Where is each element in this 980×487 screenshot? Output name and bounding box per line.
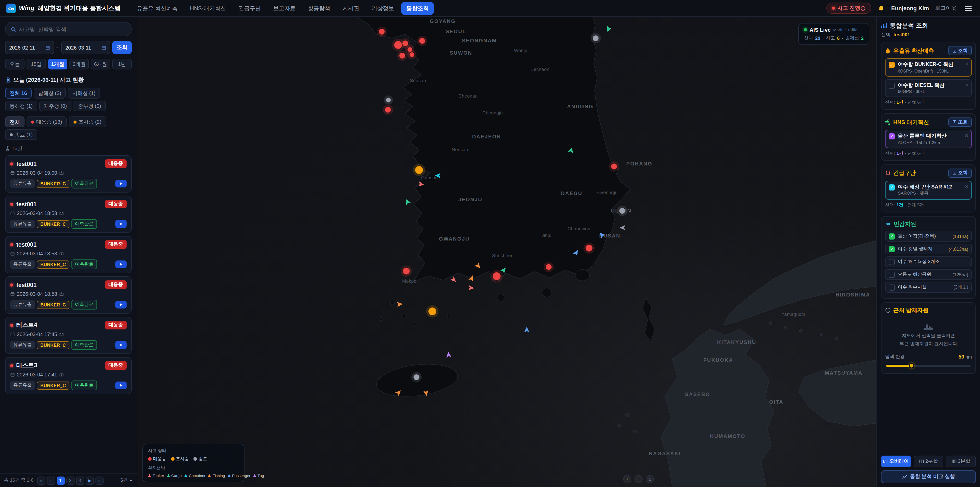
- checkbox-unchecked[interactable]: [889, 284, 895, 291]
- nav-item[interactable]: 기상정보: [366, 2, 399, 14]
- logout-button[interactable]: 로그아웃: [935, 5, 956, 12]
- nav-item[interactable]: 보고자료: [268, 2, 301, 14]
- run-analysis-button[interactable]: 통합 분석 비교 실행: [881, 470, 976, 483]
- ais-ship-marker[interactable]: [620, 225, 625, 230]
- view-2split-button[interactable]: 2분할: [913, 455, 943, 467]
- range-button[interactable]: 1개월: [48, 59, 67, 69]
- date-to-input[interactable]: 2026-03-11: [61, 41, 110, 54]
- playback-button[interactable]: [115, 220, 127, 228]
- view-overlay-button[interactable]: 오버레이: [881, 455, 911, 467]
- ais-ship-marker[interactable]: [404, 198, 410, 205]
- range-button[interactable]: 3개월: [69, 59, 89, 69]
- page-button[interactable]: 3: [76, 476, 84, 484]
- prev-page-button[interactable]: ‹: [47, 476, 55, 484]
- nav-item[interactable]: HNS·대기확산: [185, 2, 231, 14]
- nav-item[interactable]: 항공탐색: [303, 2, 335, 14]
- checkbox-unchecked[interactable]: [889, 259, 895, 265]
- hns-query-button[interactable]: 조회: [948, 118, 972, 127]
- playback-button[interactable]: [115, 180, 127, 187]
- incident-marker[interactable]: [402, 40, 408, 46]
- region-filter-chip[interactable]: 서해청 (1): [68, 88, 100, 99]
- remove-icon[interactable]: ×: [965, 133, 968, 139]
- remove-icon[interactable]: ×: [965, 61, 968, 67]
- next-page-button[interactable]: ▶: [86, 476, 94, 484]
- incident-marker[interactable]: [399, 53, 405, 59]
- incident-card[interactable]: 테스트4대응중2026-03-04 17:45유류유출BUNKER_C예측완료: [5, 317, 132, 354]
- nav-item[interactable]: 통합조회: [401, 2, 434, 14]
- menu-icon[interactable]: [963, 3, 974, 13]
- spill-scenario-item[interactable]: ✓ 여수항 BUNKER-C 확산 60GPS+OpenDrift · 150k…: [885, 58, 972, 77]
- incident-marker[interactable]: [409, 52, 414, 57]
- status-filter-chip[interactable]: 종료 (1): [5, 129, 37, 140]
- region-filter-chip[interactable]: 전체 16: [5, 88, 32, 99]
- incident-marker[interactable]: [585, 245, 593, 252]
- playback-button[interactable]: [115, 341, 127, 349]
- ais-ship-marker[interactable]: [605, 26, 612, 33]
- nav-item[interactable]: 게시판: [337, 2, 364, 14]
- view-3split-button[interactable]: 3분할: [946, 455, 976, 467]
- range-button[interactable]: 1년: [112, 59, 132, 69]
- status-filter-chip[interactable]: 대응중 (13): [27, 117, 67, 127]
- playback-button[interactable]: [115, 301, 127, 308]
- home-view-button[interactable]: ⌂: [646, 475, 654, 483]
- ais-ship-marker[interactable]: [524, 327, 529, 332]
- incident-card[interactable]: test001대응중2026-03-04 18:58유류유출BUNKER_C예측…: [5, 236, 132, 273]
- incident-marker[interactable]: [414, 374, 420, 380]
- last-page-button[interactable]: »: [95, 476, 103, 484]
- slider-thumb[interactable]: [909, 363, 915, 369]
- incident-marker[interactable]: [619, 208, 625, 214]
- range-button[interactable]: 6개월: [91, 59, 110, 69]
- spill-query-button[interactable]: 조회: [948, 46, 972, 55]
- sar-scenario-item[interactable]: ✓ 여수 해상구난 SAR #12 SAROPS · 뗏목 ×: [885, 180, 972, 200]
- incident-card[interactable]: test001대응중2026-03-04 18:58유류유출BUNKER_C예측…: [5, 276, 132, 314]
- sar-query-button[interactable]: 조회: [948, 168, 972, 177]
- checkbox-checked[interactable]: ✓: [889, 184, 895, 190]
- incident-marker[interactable]: [546, 264, 552, 270]
- ais-ship-marker[interactable]: [446, 351, 452, 358]
- zoom-in-button[interactable]: +: [623, 475, 632, 483]
- incident-marker[interactable]: [415, 166, 423, 174]
- incident-card[interactable]: test001대응중2026-03-04 19:00유류유출BUNKER_C예측…: [5, 155, 132, 193]
- search-input[interactable]: [19, 26, 126, 32]
- page-size-select[interactable]: 6건: [121, 477, 133, 484]
- page-button[interactable]: 1: [56, 476, 65, 484]
- region-filter-chip[interactable]: 중부청 (0): [73, 101, 106, 111]
- ais-ship-marker[interactable]: [468, 285, 474, 291]
- notifications-bell-icon[interactable]: [877, 5, 885, 11]
- spill-scenario-item[interactable]: 여수항 DIESEL 확산 60GPS · 30kL ×: [885, 79, 972, 97]
- incident-card[interactable]: 테스트3대응중2026-03-04 17:41유류유출BUNKER_C예측완료: [5, 357, 132, 394]
- incident-marker[interactable]: [493, 272, 501, 280]
- checkbox-unchecked[interactable]: [889, 83, 895, 89]
- checkbox-checked[interactable]: ✓: [889, 233, 895, 240]
- status-filter-chip[interactable]: 조사중 (2): [68, 117, 106, 127]
- nav-item[interactable]: 긴급구난: [233, 2, 266, 14]
- region-filter-chip[interactable]: 동해청 (1): [5, 101, 37, 111]
- resource-row[interactable]: ✓돌산 어장(김·전복)(131ha): [885, 231, 972, 241]
- region-filter-chip[interactable]: 남해청 (3): [34, 88, 66, 99]
- incident-marker[interactable]: [428, 307, 436, 315]
- search-query-button[interactable]: 조회: [112, 41, 132, 54]
- ais-ship-marker[interactable]: [450, 276, 458, 284]
- date-from-input[interactable]: 2026-02-11: [5, 41, 54, 54]
- resource-row[interactable]: ✓여수 갯벌 생태계(4,013ha): [885, 244, 972, 254]
- incident-card[interactable]: test001대응중2026-03-04 18:58유류유출BUNKER_C예측…: [5, 196, 132, 233]
- incident-marker[interactable]: [385, 107, 391, 113]
- incident-marker[interactable]: [403, 267, 410, 275]
- resource-row[interactable]: 여수 취수시설(3개소): [885, 282, 972, 293]
- hns-scenario-item[interactable]: ✓ 울산 톨루엔 대기확산 ALOHA · 15L/h 1.2km ×: [885, 130, 972, 148]
- resource-row[interactable]: 여수 해수욕장 3개소: [885, 256, 972, 267]
- checkbox-checked[interactable]: ✓: [889, 133, 895, 139]
- range-button[interactable]: 15일: [27, 59, 46, 69]
- ais-ship-marker[interactable]: [397, 301, 403, 307]
- zoom-out-button[interactable]: −: [635, 475, 643, 483]
- checkbox-checked[interactable]: ✓: [889, 246, 895, 252]
- resource-row[interactable]: 오동도 해상공원(125ha): [885, 269, 972, 280]
- incident-marker[interactable]: [593, 35, 599, 42]
- remove-icon[interactable]: ×: [965, 184, 968, 189]
- playback-button[interactable]: [115, 260, 127, 268]
- radius-slider[interactable]: [886, 365, 971, 367]
- incident-marker[interactable]: [611, 163, 617, 169]
- first-page-button[interactable]: «: [37, 476, 45, 484]
- checkbox-checked[interactable]: ✓: [889, 62, 895, 68]
- incident-marker[interactable]: [379, 29, 385, 35]
